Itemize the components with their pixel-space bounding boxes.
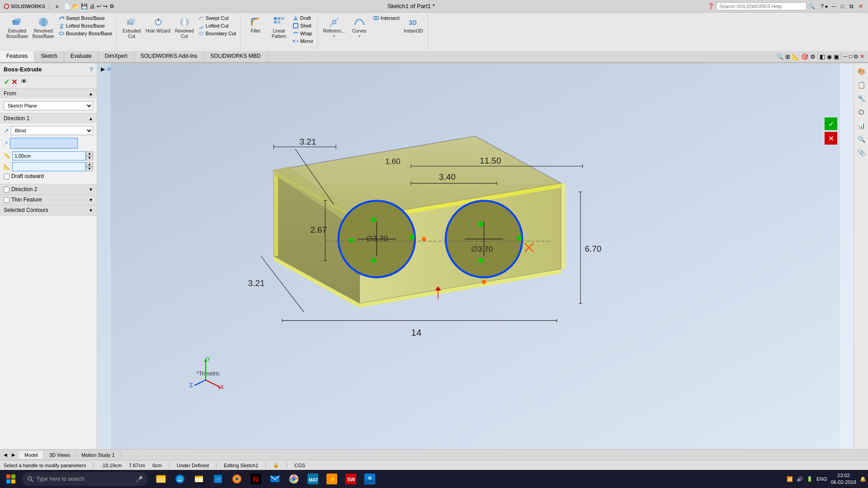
- close-button[interactable]: ✕: [857, 3, 864, 10]
- revolved-cut-button[interactable]: RevolvedCut: [173, 14, 196, 41]
- depth-increment-button[interactable]: ▲: [86, 151, 93, 156]
- taskbar-app-netflix[interactable]: N: [247, 471, 265, 487]
- view-toolbar-icon1[interactable]: 🔍: [776, 53, 783, 60]
- fillet-button[interactable]: Fillet: [244, 14, 267, 35]
- confirm-ok-button[interactable]: ✓: [4, 78, 9, 86]
- qat-redo[interactable]: ↪: [103, 3, 108, 9]
- right-icon-4[interactable]: ⬡: [855, 106, 868, 118]
- extruded-cut-button[interactable]: ExtrudedCut: [120, 14, 143, 41]
- reverse-direction-icon[interactable]: ↗: [4, 140, 8, 146]
- menu-file[interactable]: ≡: [54, 3, 60, 10]
- draft-decrement-button[interactable]: ▼: [86, 167, 93, 171]
- window-max[interactable]: □: [849, 53, 852, 60]
- taskbar-app-solidworks[interactable]: SW: [342, 471, 360, 487]
- extruded-boss-button[interactable]: ExtrudedBoss/Base: [5, 14, 30, 41]
- depth-input[interactable]: [12, 151, 86, 160]
- direction1-section-header[interactable]: Direction 1 ▲: [0, 113, 97, 123]
- qat-settings[interactable]: ⚙: [109, 3, 114, 9]
- draft-button[interactable]: Draft: [291, 14, 315, 22]
- taskbar-app-explorer[interactable]: [190, 471, 208, 487]
- boundary-boss-button[interactable]: Boundary Boss/Base: [57, 30, 114, 37]
- from-dropdown[interactable]: Sketch Plane: [4, 101, 93, 110]
- right-icon-1[interactable]: 🎨: [855, 65, 868, 78]
- draft-input[interactable]: [12, 162, 86, 171]
- direction2-section-header[interactable]: Direction 2 ▼: [0, 184, 97, 194]
- taskbar-app-firefox[interactable]: [228, 471, 246, 487]
- view-toolbar-icon5[interactable]: ⚙: [810, 53, 816, 60]
- nav-next-button[interactable]: ▶: [10, 451, 17, 459]
- search-button[interactable]: 🔍: [808, 3, 815, 9]
- taskbar-app-chrome[interactable]: [285, 471, 303, 487]
- view-toolbar-icon3[interactable]: 📐: [792, 53, 799, 60]
- taskbar-app-edge[interactable]: [171, 471, 189, 487]
- qat-open[interactable]: 📂: [72, 3, 79, 9]
- curves-button[interactable]: Curves ▼: [348, 14, 371, 40]
- right-icon-6[interactable]: 🔍: [855, 133, 868, 145]
- lofted-cut-button[interactable]: Lofted Cut: [197, 22, 237, 29]
- bottom-tab-motion[interactable]: Motion Study 1: [76, 451, 120, 459]
- tab-mbd[interactable]: SOLIDWORKS MBD: [204, 51, 267, 62]
- taskbar-notification[interactable]: 🔔: [860, 476, 866, 482]
- direction2-checkbox[interactable]: [4, 187, 9, 192]
- right-icon-3[interactable]: 🔧: [855, 92, 868, 105]
- draft-outward-checkbox[interactable]: [4, 174, 9, 179]
- qat-new[interactable]: 📄: [64, 3, 71, 9]
- depth-decrement-button[interactable]: ▼: [86, 156, 93, 160]
- right-icon-2[interactable]: 📋: [855, 79, 868, 91]
- taskbar-clock[interactable]: 23:02 06-02-2018: [831, 472, 856, 486]
- bottom-tab-3dviews[interactable]: 3D Views: [44, 451, 76, 459]
- restore-button[interactable]: ⧉: [848, 3, 855, 10]
- window-restore[interactable]: ⧉: [854, 53, 858, 60]
- thin-feature-checkbox[interactable]: [4, 197, 9, 203]
- nav-prev-button[interactable]: ◀: [2, 451, 9, 459]
- confirm-cancel-button[interactable]: ✕: [11, 78, 17, 86]
- window-close[interactable]: ✕: [860, 53, 864, 60]
- display-toolbar-icon2[interactable]: ◉: [827, 53, 832, 60]
- end-condition-dropdown[interactable]: Blind: [11, 126, 93, 135]
- taskbar-app-store[interactable]: 🛒: [209, 471, 227, 487]
- taskbar-sound-icon[interactable]: 🔊: [797, 476, 803, 482]
- wrap-button[interactable]: Wrap: [291, 30, 315, 37]
- qat-save[interactable]: 💾: [81, 3, 88, 9]
- help-menu[interactable]: ▸: [826, 3, 828, 9]
- view-toolbar-icon2[interactable]: ⊞: [785, 53, 790, 60]
- thin-feature-section-header[interactable]: Thin Feature ▼: [0, 195, 97, 205]
- tab-evaluate[interactable]: Evaluate: [64, 51, 99, 62]
- search-input[interactable]: [716, 2, 807, 10]
- instant3d-button[interactable]: 3D Instant3D: [402, 14, 425, 35]
- taskbar-search-bar[interactable]: Type here to search 🎤: [22, 472, 148, 486]
- taskbar-app-matlab[interactable]: MAT: [304, 471, 322, 487]
- preview-eye-button[interactable]: 👁: [21, 78, 27, 86]
- start-button[interactable]: [2, 471, 20, 487]
- taskbar-battery-icon[interactable]: 🔋: [807, 476, 813, 482]
- taskbar-app-photos[interactable]: [361, 471, 379, 487]
- intersect-button[interactable]: Intersect: [372, 14, 401, 22]
- viewport-confirm-button[interactable]: ✓: [825, 117, 837, 130]
- tab-features[interactable]: Features: [0, 51, 34, 62]
- direction1-selection-box[interactable]: [10, 138, 78, 149]
- viewport-cancel-button[interactable]: ✕: [825, 132, 837, 145]
- right-icon-5[interactable]: 📊: [855, 119, 868, 132]
- window-min[interactable]: ─: [843, 53, 847, 60]
- hole-wizard-button[interactable]: Hole Wizard: [144, 14, 172, 35]
- boundary-cut-button[interactable]: Boundary Cut: [197, 30, 237, 37]
- taskbar-mic-icon[interactable]: 🎤: [136, 476, 143, 483]
- panel-help-button[interactable]: ?: [90, 66, 93, 73]
- taskbar-app-files[interactable]: [152, 471, 170, 487]
- display-toolbar-icon1[interactable]: ◧: [820, 53, 825, 60]
- swept-boss-button[interactable]: Swept Boss/Base: [57, 14, 114, 22]
- maximize-button[interactable]: □: [839, 3, 846, 10]
- view-toolbar-icon4[interactable]: 🎯: [801, 53, 808, 60]
- viewport[interactable]: ▶ ⚙ Part1 (Default<<Def...: [97, 63, 854, 449]
- shell-button[interactable]: Shell: [291, 22, 315, 29]
- taskbar-app-unknown1[interactable]: ⚡: [323, 471, 341, 487]
- taskbar-language[interactable]: ENG: [816, 476, 827, 482]
- draft-increment-button[interactable]: ▲: [86, 162, 93, 167]
- help-icon[interactable]: ❓: [708, 3, 714, 9]
- minimize-button[interactable]: ─: [830, 3, 837, 10]
- qat-undo[interactable]: ↩: [97, 3, 101, 9]
- expand-icon[interactable]: ?: [821, 3, 824, 9]
- display-toolbar-icon3[interactable]: ▣: [834, 53, 839, 60]
- tab-dimxpert[interactable]: DimXpert: [99, 51, 134, 62]
- swept-cut-button[interactable]: Swept Cut: [197, 14, 237, 22]
